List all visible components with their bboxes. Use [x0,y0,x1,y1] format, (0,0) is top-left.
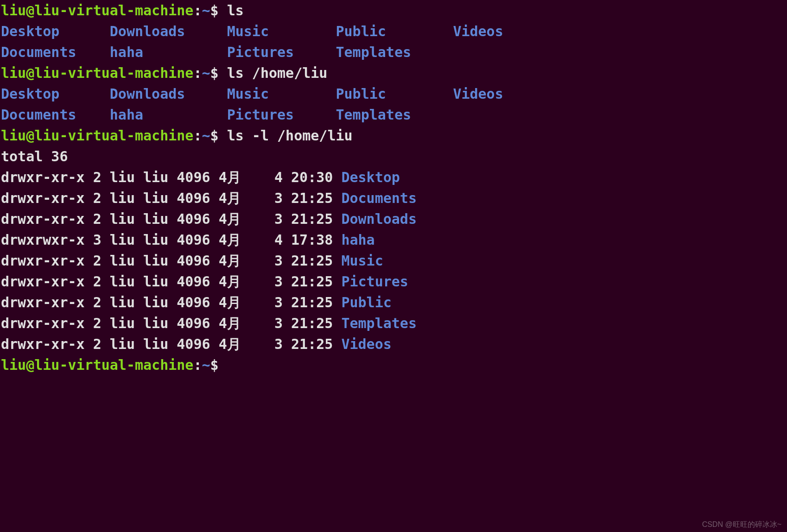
prompt-at: @ [26,2,34,19]
prompt-symbol: $ [210,127,219,144]
directory-entry: Desktop [1,86,110,102]
terminal-output[interactable]: liu@liu-virtual-machine:~$ ls Desktop Do… [0,0,787,375]
file-owner: liu [110,336,143,352]
directory-entry: Templates [336,44,453,60]
prompt-host: liu-virtual-machine [34,2,193,19]
file-size: 4096 [177,273,218,290]
prompt-symbol: $ [210,357,219,373]
file-month: 4月 [219,315,249,331]
file-owner: liu [110,211,143,227]
file-time: 21:25 [291,315,341,331]
file-group: liu [143,169,177,185]
file-size: 4096 [177,336,218,352]
file-month: 4月 [219,336,249,352]
file-links: 2 [93,253,110,269]
file-name: Videos [341,336,391,352]
file-day: 4 [249,232,291,248]
file-perms: drwxr-xr-x [1,273,93,290]
command-ls: ls [227,2,244,19]
directory-entry: haha [110,44,227,60]
file-day: 3 [249,211,291,227]
directory-entry: Videos [453,23,503,39]
prompt-user: liu [1,65,26,81]
file-name: haha [341,232,374,248]
prompt-path: ~ [202,357,210,373]
prompt-colon: : [193,2,202,19]
file-size: 4096 [177,190,218,206]
csdn-watermark: CSDN @旺旺的碎冰冰~ [702,519,781,530]
prompt-path: ~ [202,127,210,144]
file-perms: drwxr-xr-x [1,169,93,185]
prompt-symbol: $ [210,2,219,19]
file-links: 3 [93,232,110,248]
file-name: Templates [341,315,417,331]
file-perms: drwxr-xr-x [1,211,93,227]
file-name: Pictures [341,273,408,290]
file-time: 21:25 [291,190,341,206]
command-ls-l-home: ls -l /home/liu [227,127,353,144]
file-month: 4月 [219,232,249,248]
file-name: Public [341,294,391,310]
directory-entry: Public [336,86,453,102]
file-time: 21:25 [291,336,341,352]
file-perms: drwxr-xr-x [1,190,93,206]
prompt-colon: : [193,65,202,81]
file-time: 21:25 [291,294,341,310]
directory-entry: Pictures [227,44,336,60]
file-name: Desktop [341,169,400,185]
file-links: 2 [93,211,110,227]
prompt-symbol: $ [210,65,219,81]
directory-entry: Pictures [227,107,336,123]
file-perms: drwxrwxr-x [1,232,93,248]
file-time: 21:25 [291,273,341,290]
file-size: 4096 [177,232,218,248]
file-day: 3 [249,190,291,206]
file-owner: liu [110,294,143,310]
file-time: 20:30 [291,169,341,185]
file-day: 3 [249,315,291,331]
file-day: 4 [249,169,291,185]
file-month: 4月 [219,211,249,227]
file-owner: liu [110,253,143,269]
directory-entry: Documents [1,107,110,123]
file-owner: liu [110,273,143,290]
file-links: 2 [93,273,110,290]
directory-entry: Music [227,86,336,102]
file-day: 3 [249,294,291,310]
file-links: 2 [93,169,110,185]
file-group: liu [143,315,177,331]
prompt-at: @ [26,357,34,373]
total-line: total 36 [1,148,68,165]
file-size: 4096 [177,211,218,227]
command-ls-home: ls /home/liu [227,65,328,81]
file-month: 4月 [219,294,249,310]
directory-entry: Downloads [110,23,227,39]
directory-entry: haha [110,107,227,123]
file-size: 4096 [177,315,218,331]
file-owner: liu [110,190,143,206]
file-size: 4096 [177,253,218,269]
file-month: 4月 [219,253,249,269]
prompt-at: @ [26,65,34,81]
file-day: 3 [249,336,291,352]
prompt-user: liu [1,127,26,144]
file-perms: drwxr-xr-x [1,336,93,352]
file-time: 17:38 [291,232,341,248]
file-time: 21:25 [291,253,341,269]
file-owner: liu [110,232,143,248]
file-group: liu [143,211,177,227]
directory-entry: Desktop [1,23,110,39]
file-day: 3 [249,253,291,269]
file-links: 2 [93,294,110,310]
file-perms: drwxr-xr-x [1,294,93,310]
file-owner: liu [110,169,143,185]
file-size: 4096 [177,294,218,310]
directory-entry: Documents [1,44,110,60]
file-links: 2 [93,190,110,206]
file-perms: drwxr-xr-x [1,315,93,331]
prompt-path: ~ [202,2,210,19]
file-group: liu [143,253,177,269]
directory-entry: Templates [336,107,453,123]
file-month: 4月 [219,273,249,290]
file-links: 2 [93,315,110,331]
